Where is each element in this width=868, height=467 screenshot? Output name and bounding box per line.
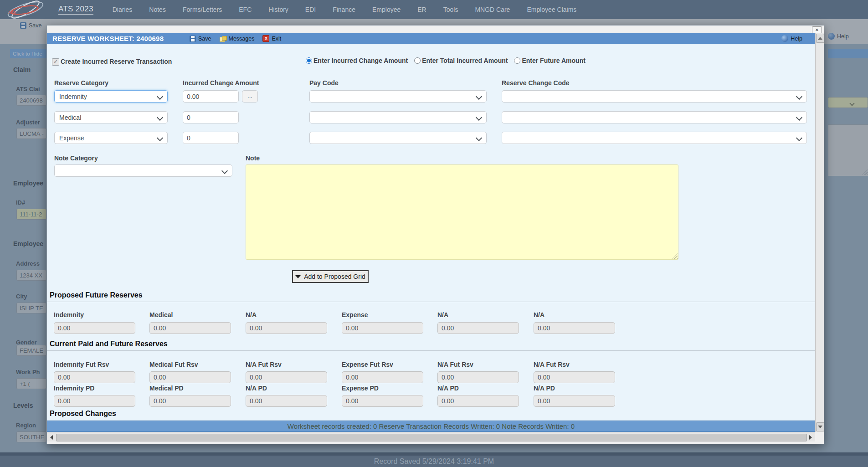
pay-code-column-label: Pay Code [309, 79, 339, 87]
section-divider [47, 350, 815, 351]
incurred-change-column-label: Incurred Change Amount [183, 79, 259, 87]
pd-value-1: 0.00 [54, 395, 135, 407]
pay-code-select-3[interactable] [309, 132, 487, 144]
proposed-label-4: Expense [342, 311, 368, 318]
note-textarea[interactable] [246, 164, 678, 260]
pd-value-2: 0.00 [149, 395, 231, 407]
messages-icon [220, 36, 226, 41]
nav-item-notes[interactable]: Notes [149, 6, 166, 13]
nav-item-history[interactable]: History [268, 6, 288, 13]
create-incurred-checkbox[interactable]: ✓ [52, 58, 59, 66]
nav-item-efc[interactable]: EFC [239, 6, 252, 13]
nav-item-mngd-care[interactable]: MNGD Care [475, 6, 510, 13]
horizontal-scroll-thumb[interactable] [56, 434, 807, 441]
save-disk-icon [190, 36, 196, 42]
nav-item-tools[interactable]: Tools [443, 6, 458, 13]
fut-rsv-label-4: Expense Fut Rsv [342, 361, 393, 368]
pd-value-4: 0.00 [342, 395, 423, 407]
nav-item-employee-claims[interactable]: Employee Claims [527, 6, 576, 13]
fut-rsv-label-5: N/A Fut Rsv [437, 361, 473, 368]
exit-x-icon: x [262, 35, 269, 42]
fut-rsv-value-4: 0.00 [342, 371, 423, 383]
messages-button[interactable]: Messages [220, 36, 255, 42]
help-button[interactable]: Help [781, 33, 802, 44]
chevron-down-icon [476, 93, 482, 100]
radio-enter-future[interactable]: Enter Future Amount [514, 57, 585, 64]
pd-label-2: Medical PD [149, 385, 184, 392]
pd-value-5: 0.00 [437, 395, 519, 407]
amount-mode-radio-group: Enter Incurred Change Amount Enter Total… [306, 57, 586, 64]
nav-item-er[interactable]: ER [417, 6, 426, 13]
reserve-change-code-select-1[interactable] [502, 90, 807, 103]
fut-rsv-value-2: 0.00 [149, 371, 231, 383]
nav-brand[interactable]: ATS 2023 [58, 5, 93, 15]
ats-logo: ATS [4, 0, 47, 19]
incurred-change-input-1[interactable] [183, 90, 239, 103]
pd-label-6: N/A PD [534, 385, 555, 392]
current-paid-future-heading: Current Paid and Future Reserves [50, 340, 168, 348]
dialog-toolbar: Save Messages x Exit [190, 33, 281, 44]
incurred-change-input-3[interactable] [183, 132, 239, 144]
reserve-category-select-2[interactable]: Medical [54, 111, 168, 123]
scroll-down-icon[interactable] [816, 422, 824, 431]
proposed-value-2: 0.00 [149, 322, 231, 334]
fut-rsv-value-6: 0.00 [534, 371, 615, 383]
note-category-select[interactable] [54, 164, 232, 177]
proposed-label-2: Medical [149, 311, 173, 318]
scroll-up-icon[interactable] [816, 34, 824, 43]
nav-item-edi[interactable]: EDI [305, 6, 316, 13]
proposed-value-1: 0.00 [54, 322, 135, 334]
nav-item-employee[interactable]: Employee [372, 6, 401, 13]
fut-rsv-label-2: Medical Fut Rsv [149, 361, 198, 368]
proposed-label-6: N/A [534, 311, 544, 318]
nav-item-finance[interactable]: Finance [333, 6, 355, 13]
reserve-change-code-select-3[interactable] [502, 132, 807, 144]
scroll-right-icon[interactable] [807, 434, 814, 441]
chevron-down-icon [157, 114, 163, 121]
fut-rsv-label-1: Indemnity Fut Rsv [54, 361, 109, 368]
radio-enter-incurred-change[interactable]: Enter Incurred Change Amount [306, 57, 408, 64]
chevron-down-icon [221, 168, 228, 174]
exit-button[interactable]: x Exit [262, 35, 281, 42]
proposed-future-reserves-heading: Proposed Future Reserves [50, 291, 143, 299]
scroll-left-icon[interactable] [48, 434, 55, 441]
note-label: Note [246, 154, 260, 162]
proposed-value-3: 0.00 [246, 322, 327, 334]
fut-rsv-value-3: 0.00 [246, 371, 327, 383]
reserve-category-column-label: Reserve Category [54, 79, 108, 87]
proposed-value-5: 0.00 [437, 322, 519, 334]
pd-label-4: Expense PD [342, 385, 379, 392]
incurred-change-input-2[interactable] [183, 111, 239, 123]
reserve-change-code-select-2[interactable] [502, 111, 807, 123]
pay-code-select-1[interactable] [309, 90, 487, 103]
proposed-value-4: 0.00 [342, 322, 423, 334]
chevron-down-icon [157, 93, 163, 100]
pd-value-3: 0.00 [246, 395, 327, 407]
amount-more-button[interactable]: ... [242, 90, 258, 103]
save-button[interactable]: Save [190, 36, 211, 42]
dialog-close-button[interactable]: ✕ [812, 26, 822, 34]
note-category-label: Note Category [54, 154, 98, 162]
nav-item-diaries[interactable]: Diaries [113, 6, 133, 13]
fut-rsv-label-6: N/A Fut Rsv [534, 361, 570, 368]
close-icon: ✕ [815, 27, 819, 32]
caret-down-icon [295, 275, 301, 278]
proposed-value-6: 0.00 [534, 322, 615, 334]
vertical-scrollbar[interactable] [815, 33, 824, 432]
worksheet-status-bar: Worksheet records created: 0 Reserve Tra… [47, 421, 815, 432]
chevron-down-icon [796, 135, 802, 141]
pd-value-6: 0.00 [534, 395, 615, 407]
add-to-proposed-grid-button[interactable]: Add to Proposed Grid [292, 270, 369, 283]
create-incurred-label: Create Incurred Reserve Transaction [61, 58, 172, 65]
radio-enter-total-incurred[interactable]: Enter Total Incurred Amount [414, 57, 508, 64]
chevron-down-icon [796, 114, 802, 121]
nav-item-forms-letters[interactable]: Forms/Letters [183, 6, 222, 13]
horizontal-scrollbar[interactable] [47, 432, 815, 441]
dialog-content: ✓ Create Incurred Reserve Transaction En… [47, 44, 815, 421]
pay-code-select-2[interactable] [309, 111, 487, 123]
reserve-category-select-1[interactable]: Indemnity [54, 90, 168, 103]
proposed-changes-heading: Proposed Changes [50, 410, 116, 418]
reserve-category-select-3[interactable]: Expense [54, 132, 168, 144]
fut-rsv-value-5: 0.00 [437, 371, 519, 383]
svg-text:ATS: ATS [8, 10, 16, 15]
